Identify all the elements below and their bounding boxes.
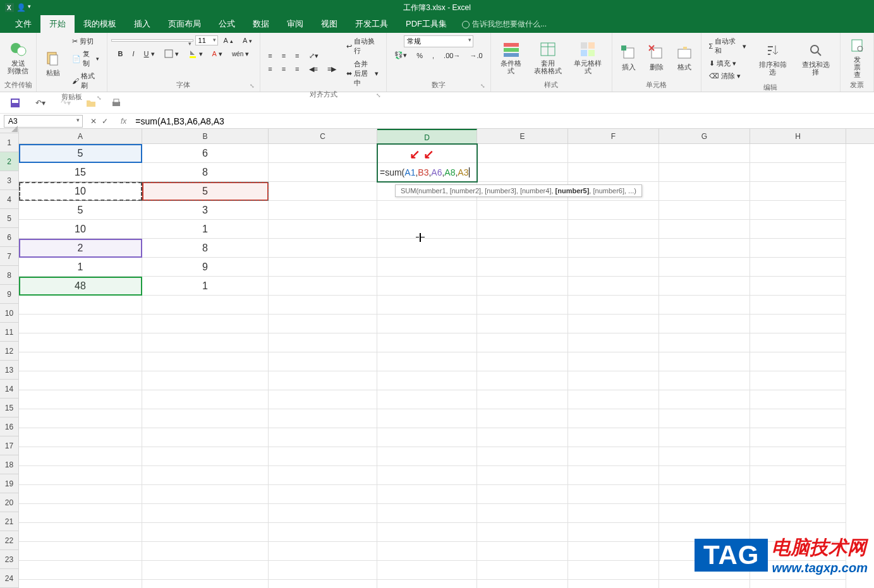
cell[interactable]: [19, 296, 142, 315]
clear-button[interactable]: ⌫清除▾: [705, 70, 750, 82]
cell[interactable]: [659, 333, 750, 352]
cell[interactable]: [477, 466, 568, 485]
cell[interactable]: [19, 371, 142, 390]
cell[interactable]: [750, 258, 846, 277]
cell[interactable]: [269, 466, 377, 485]
cell[interactable]: [477, 580, 568, 588]
cell[interactable]: [269, 371, 377, 390]
cell[interactable]: [142, 390, 269, 409]
increase-indent-button[interactable]: ≡▶: [324, 64, 340, 75]
cell[interactable]: [142, 428, 269, 447]
cell[interactable]: [568, 542, 659, 561]
cell[interactable]: [19, 542, 142, 561]
cell[interactable]: [750, 390, 846, 409]
cell[interactable]: [477, 409, 568, 428]
row-header[interactable]: 11: [0, 323, 18, 342]
cell[interactable]: [19, 523, 142, 542]
cell[interactable]: [377, 523, 477, 542]
increase-font-button[interactable]: A▴: [220, 35, 237, 45]
cell[interactable]: [750, 352, 846, 371]
row-header[interactable]: 24: [0, 569, 18, 588]
cell[interactable]: [659, 277, 750, 296]
cell[interactable]: [377, 485, 477, 504]
cell[interactable]: [142, 580, 269, 588]
cell[interactable]: 1: [142, 277, 269, 296]
cell[interactable]: [269, 163, 377, 182]
cell[interactable]: [269, 277, 377, 296]
row-header[interactable]: 18: [0, 455, 18, 474]
cell[interactable]: [377, 542, 477, 561]
cell[interactable]: [269, 182, 377, 201]
row-header[interactable]: 13: [0, 361, 18, 380]
cell[interactable]: 5: [19, 144, 142, 163]
cell[interactable]: [477, 296, 568, 315]
cell[interactable]: [19, 390, 142, 409]
row-header[interactable]: 21: [0, 512, 18, 531]
cell[interactable]: [377, 258, 477, 277]
cell[interactable]: [377, 201, 477, 220]
cell[interactable]: [19, 333, 142, 352]
cell[interactable]: [568, 201, 659, 220]
row-header[interactable]: 3: [0, 171, 18, 190]
cell[interactable]: [19, 485, 142, 504]
row-header[interactable]: 12: [0, 342, 18, 361]
font-family-select[interactable]: [111, 39, 193, 42]
cell[interactable]: [568, 352, 659, 371]
cell[interactable]: 6: [142, 144, 269, 163]
column-header[interactable]: B: [142, 129, 269, 143]
cell[interactable]: [142, 296, 269, 315]
cell[interactable]: [269, 296, 377, 315]
paste-button[interactable]: 粘贴: [40, 49, 66, 78]
row-header[interactable]: 17: [0, 436, 18, 455]
cell[interactable]: [377, 371, 477, 390]
cell[interactable]: [19, 504, 142, 523]
cell[interactable]: [568, 409, 659, 428]
cell[interactable]: 5: [19, 201, 142, 220]
cell[interactable]: [750, 447, 846, 466]
row-header[interactable]: 20: [0, 493, 18, 512]
cell[interactable]: [659, 296, 750, 315]
cell[interactable]: [269, 258, 377, 277]
border-button[interactable]: ▾: [161, 48, 183, 59]
cell[interactable]: [477, 201, 568, 220]
decrease-font-button[interactable]: A▾: [239, 35, 256, 45]
cell[interactable]: [568, 371, 659, 390]
select-all-corner[interactable]: [0, 129, 19, 133]
cell[interactable]: [269, 447, 377, 466]
cell[interactable]: [377, 296, 477, 315]
titlebar-dropdown-icon[interactable]: ▾: [28, 3, 37, 12]
cell[interactable]: [750, 580, 846, 588]
cell[interactable]: [269, 144, 377, 163]
cell[interactable]: [377, 580, 477, 588]
cell[interactable]: [142, 409, 269, 428]
copy-button[interactable]: 📄复制▾: [68, 48, 103, 69]
cell[interactable]: [750, 409, 846, 428]
cell[interactable]: [568, 315, 659, 333]
cell[interactable]: [377, 504, 477, 523]
row-header[interactable]: 8: [0, 266, 18, 285]
cell[interactable]: [659, 390, 750, 409]
align-top-button[interactable]: ≡: [264, 51, 276, 61]
cell[interactable]: [568, 390, 659, 409]
cell[interactable]: [750, 220, 846, 239]
tell-me-search[interactable]: 告诉我您想要做什么...: [456, 16, 553, 33]
cell[interactable]: [568, 466, 659, 485]
align-center-button[interactable]: ≡: [278, 64, 289, 74]
cell[interactable]: [377, 220, 477, 239]
font-launcher-icon[interactable]: ⤡: [250, 83, 255, 89]
row-header[interactable]: 16: [0, 417, 18, 436]
cell[interactable]: [142, 447, 269, 466]
cell[interactable]: [568, 239, 659, 258]
cell[interactable]: [142, 333, 269, 352]
cell[interactable]: [269, 220, 377, 239]
cell[interactable]: [377, 409, 477, 428]
cell[interactable]: [19, 447, 142, 466]
cell[interactable]: [142, 542, 269, 561]
column-header[interactable]: A: [19, 129, 142, 143]
row-header[interactable]: 4: [0, 190, 18, 209]
cell[interactable]: [19, 409, 142, 428]
cell[interactable]: [750, 333, 846, 352]
cell[interactable]: [659, 371, 750, 390]
cell[interactable]: [269, 315, 377, 333]
cell[interactable]: [142, 466, 269, 485]
